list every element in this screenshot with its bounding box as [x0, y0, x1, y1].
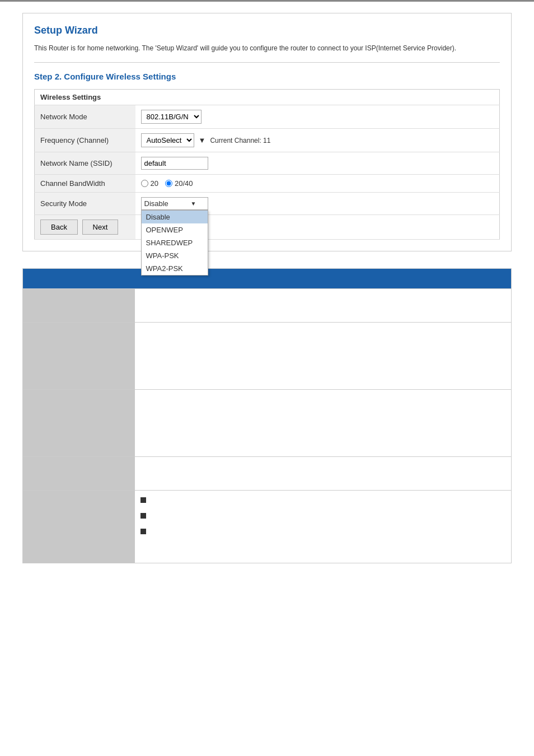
bandwidth-2040-radio[interactable] — [165, 180, 172, 187]
security-selected-value: Disable — [144, 199, 168, 208]
bullet-item-1 — [140, 496, 506, 503]
security-option-wpapsk[interactable]: WPA-PSK — [142, 249, 208, 262]
security-dropdown-arrow-icon: ▼ — [191, 200, 196, 207]
network-mode-label: Network Mode — [35, 105, 135, 129]
security-option-sharedwep[interactable]: SHAREDWEP — [142, 236, 208, 249]
bullet-item-3 — [140, 528, 506, 534]
bottom-row-5-left — [23, 491, 135, 563]
frequency-cell: AutoSelect 1 6 11 ▼ Current Channel: 11 — [135, 129, 500, 152]
bottom-section — [22, 268, 512, 563]
bottom-row-3-left — [23, 390, 135, 457]
wizard-title: Setup Wizard — [34, 25, 500, 36]
bullet-list — [135, 491, 512, 549]
bottom-row-1 — [23, 289, 512, 323]
security-mode-row: Security Mode Disable ▼ Disable OPENWEP … — [35, 193, 500, 215]
network-mode-row: Network Mode 802.11B/G/N 802.11B/G 802.1… — [35, 105, 500, 129]
action-left-cell: Back Next — [35, 215, 135, 240]
step-title: Step 2. Configure Wireless Settings — [34, 72, 500, 81]
ssid-cell — [135, 152, 500, 175]
bandwidth-20-label[interactable]: 20 — [141, 179, 158, 188]
bottom-header-row — [23, 269, 512, 289]
network-mode-cell: 802.11B/G/N 802.11B/G 802.11N — [135, 105, 500, 129]
bottom-row-5 — [23, 491, 512, 563]
bottom-row-3 — [23, 390, 512, 457]
top-border — [0, 0, 534, 2]
wireless-settings-table: Wireless Settings Network Mode 802.11B/G… — [34, 89, 500, 240]
bandwidth-label: Channel BandWidth — [35, 175, 135, 193]
bottom-row-1-right — [135, 289, 512, 323]
bottom-row-2-right — [135, 323, 512, 390]
frequency-container: AutoSelect 1 6 11 ▼ Current Channel: 11 — [141, 133, 494, 147]
network-mode-select[interactable]: 802.11B/G/N 802.11B/G 802.11N — [141, 110, 202, 124]
table-header-row: Wireless Settings — [35, 90, 500, 105]
bottom-row-1-left — [23, 289, 135, 323]
bullet-square-2 — [140, 513, 146, 519]
frequency-label: Frequency (Channel) — [35, 129, 135, 152]
security-dropdown-menu: Disable OPENWEP SHAREDWEP WPA-PSK WPA2-P… — [141, 210, 208, 276]
security-option-openwep[interactable]: OPENWEP — [142, 223, 208, 236]
bandwidth-cell: 20 20/40 — [135, 175, 500, 193]
frequency-row: Frequency (Channel) AutoSelect 1 6 11 ▼ … — [35, 129, 500, 152]
bandwidth-20-radio[interactable] — [141, 180, 148, 187]
bottom-row-2-left — [23, 323, 135, 390]
bottom-table — [22, 268, 512, 563]
ssid-input[interactable] — [141, 157, 208, 170]
dropdown-arrow-icon: ▼ — [199, 136, 206, 144]
wizard-divider — [34, 62, 500, 63]
security-mode-label: Security Mode — [35, 193, 135, 215]
bandwidth-20-text: 20 — [151, 179, 158, 188]
bottom-header-left — [23, 269, 135, 289]
ssid-label: Network Name (SSID) — [35, 152, 135, 175]
security-dropdown-trigger[interactable]: Disable ▼ — [141, 197, 208, 210]
bottom-row-2 — [23, 323, 512, 390]
bottom-row-5-right — [135, 491, 512, 563]
bandwidth-2040-label[interactable]: 20/40 — [165, 179, 193, 188]
security-option-disable[interactable]: Disable — [142, 211, 208, 223]
security-dropdown-container: Disable ▼ Disable OPENWEP SHAREDWEP WPA-… — [141, 197, 208, 210]
bottom-row-4-right — [135, 457, 512, 491]
bullet-item-2 — [140, 512, 506, 519]
security-mode-cell: Disable ▼ Disable OPENWEP SHAREDWEP WPA-… — [135, 193, 500, 215]
bandwidth-container: 20 20/40 — [141, 179, 494, 188]
frequency-select[interactable]: AutoSelect 1 6 11 — [141, 133, 194, 147]
bottom-row-3-right — [135, 390, 512, 457]
table-header-cell: Wireless Settings — [35, 90, 500, 105]
wizard-description: This Router is for home networking. The … — [34, 43, 500, 53]
current-channel-label: Current Channel: 11 — [210, 137, 270, 144]
security-option-wpa2psk[interactable]: WPA2-PSK — [142, 262, 208, 275]
bullet-square-1 — [140, 497, 146, 503]
bandwidth-row: Channel BandWidth 20 20/40 — [35, 175, 500, 193]
ssid-row: Network Name (SSID) — [35, 152, 500, 175]
bottom-row-4-left — [23, 457, 135, 491]
back-button[interactable]: Back — [40, 220, 78, 235]
bottom-row-4 — [23, 457, 512, 491]
bandwidth-2040-text: 20/40 — [175, 179, 193, 188]
action-row: Back Next el Apply — [35, 215, 500, 240]
bullet-square-3 — [140, 529, 146, 534]
next-button[interactable]: Next — [82, 220, 119, 235]
wizard-panel: Setup Wizard This Router is for home net… — [22, 13, 512, 251]
